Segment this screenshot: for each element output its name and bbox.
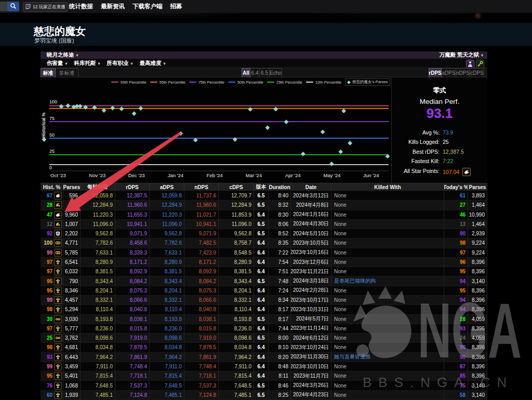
- job-trident-icon: [54, 258, 62, 266]
- adps-cell: 12,059.8: [150, 191, 184, 200]
- table-row[interactable]: 601,9397,485.17,124.87,485.17,124.87,485…: [41, 391, 487, 400]
- table-row[interactable]: 253,7628,098.67,919.08,098.67,919.08,098…: [41, 334, 487, 343]
- chart-panel: 99th Percentile95th Percentile75th Perce…: [41, 77, 487, 183]
- adps-cell: 8,098.6: [150, 334, 184, 342]
- tab-mode-标准[interactable]: 标准: [41, 68, 56, 78]
- table-row[interactable]: 993,4597,911.07,748.47,911.07,748.47,911…: [41, 362, 487, 371]
- column-header-3[interactable]: rDPS: [115, 183, 150, 191]
- tab-metric-adps[interactable]: aDPS: [442, 68, 456, 78]
- hist-percentile-cell: 67: [41, 191, 63, 200]
- job-horn-icon: [54, 201, 62, 209]
- hist-percentile: 97: [47, 259, 52, 265]
- expansion-dropdown[interactable]: 晓月之终途▾: [47, 51, 78, 59]
- percentile-chart[interactable]: 1007550250Historical %Oct '23Nov '23Dec …: [41, 77, 391, 183]
- table-row[interactable]: 958,3468,204.18,075.38,204.18,075.38,204…: [41, 286, 487, 296]
- table-row[interactable]: 995,7857,633.18,339.37,633.17,423.98,548…: [41, 248, 487, 258]
- search-input[interactable]: [0, 2, 7, 11]
- column-header-11[interactable]: Today's %: [444, 183, 468, 191]
- killed-with-link[interactable]: 是卷尾巴猫咪的狗: [334, 277, 376, 285]
- rdps-cell: 7,537.3: [115, 381, 150, 390]
- zone-dropdown[interactable]: 万魔殿 荒天之狱▾: [440, 51, 483, 59]
- filter-dropdown-1[interactable]: 科库托斯▾: [74, 60, 100, 67]
- ndps-cell: 8,038.1: [184, 315, 219, 324]
- table-row[interactable]: 922,2029,562.89,071.99,562.89,071.99,562…: [41, 229, 487, 238]
- table-row[interactable]: 2812,284.911,960.612,284.911,960.612,284…: [41, 201, 487, 210]
- stat-row-4: All Star Points:107.04: [392, 168, 487, 175]
- column-header-2[interactable]: 每秒伤害: [81, 183, 115, 191]
- nav-item-0[interactable]: 统计数据: [69, 3, 93, 10]
- tab-patch-echo[interactable]: Echo: [270, 68, 282, 78]
- today-parses-cell: 8,396: [468, 353, 487, 362]
- version-cell: 6.5: [254, 276, 269, 285]
- streamers-live-badge[interactable]: 12 玩家正在直播: [23, 2, 68, 12]
- column-header-12[interactable]: Parses: [468, 183, 487, 191]
- cdps-cell: 8,236.0: [219, 324, 254, 333]
- hist-percentile-cell: 28: [41, 201, 63, 209]
- tab-patch-all[interactable]: All: [242, 68, 250, 78]
- tab-patch-6.4[interactable]: 6.4: [250, 68, 260, 78]
- column-header-0[interactable]: Hist. %: [41, 183, 63, 191]
- duration-cell: 7:24: [269, 286, 291, 295]
- filter-dropdown-2[interactable]: 所有职业▾: [107, 60, 133, 67]
- stats-title: 零式: [392, 86, 487, 95]
- table-row[interactable]: 761,0687,648.57,537.37,648.57,537.37,648…: [41, 381, 487, 390]
- killed-with-link[interactable]: 她与直暴皆遗憾: [334, 353, 370, 361]
- table-row[interactable]: 984,6818,034.87,878.58,034.87,878.58,034…: [41, 343, 487, 352]
- column-header-9[interactable]: Date: [291, 183, 331, 191]
- column-header-8[interactable]: Duration: [269, 183, 291, 191]
- column-header-5[interactable]: nDPS: [184, 183, 219, 191]
- table-row[interactable]: 976,0328,381.58,092.98,381.58,092.98,381…: [41, 267, 487, 276]
- nav-item-2[interactable]: 下载客户端: [132, 3, 163, 10]
- hist-percentile-cell: 95: [41, 286, 63, 295]
- today-percentile-cell: 98: [444, 238, 468, 247]
- tab-patch-6.5[interactable]: 6.5: [260, 68, 270, 78]
- tab-mode-非标准[interactable]: 非标准: [56, 68, 78, 78]
- cdps-cell: 7,815.4: [219, 371, 254, 380]
- table-row[interactable]: 985,2948,110.48,040.88,110.48,040.88,110…: [41, 305, 487, 314]
- rdps-cell: 12,387.5: [115, 191, 150, 200]
- character-portrait-icon[interactable]: [466, 60, 474, 68]
- rdps-cell: 8,075.3: [115, 286, 150, 295]
- version-cell: 6.5: [254, 315, 269, 324]
- table-row[interactable]: 936,4437,964.27,861.97,964.27,861.97,964…: [41, 353, 487, 362]
- today-percentile-cell: 90: [444, 343, 468, 352]
- table-row[interactable]: 303,0308,193.88,038.18,193.88,038.18,193…: [41, 315, 487, 324]
- nav-item-1[interactable]: 最新资讯: [101, 3, 125, 10]
- dps-cell: 11,096.0: [81, 220, 115, 229]
- dps-cell: 7,782.6: [81, 238, 115, 247]
- median-perf-label: Median Perf.: [392, 98, 487, 105]
- table-row[interactable]: 1004,7717,782.68,458.67,782.67,482.58,75…: [41, 238, 487, 248]
- stat-value: 7:22: [443, 158, 453, 164]
- date-cell: 2024年6月12日: [291, 334, 331, 342]
- table-row[interactable]: 957908,343.48,084.28,343.48,084.28,343.4…: [41, 276, 487, 286]
- adps-cell: 8,280.9: [150, 258, 184, 266]
- column-header-7[interactable]: 版本: [254, 183, 269, 191]
- table-row[interactable]: 479,96011,220.311,655.311,220.311,021.71…: [41, 210, 487, 220]
- parses-cell: 2,202: [63, 229, 81, 238]
- cdps-cell: 11,096.0: [219, 220, 254, 229]
- tab-metric-cdps[interactable]: cDPS: [470, 68, 484, 78]
- column-header-6[interactable]: cDPS: [219, 183, 254, 191]
- column-header-4[interactable]: aDPS: [150, 183, 184, 191]
- table-row[interactable]: 975,7778,236.08,015.88,236.08,015.88,236…: [41, 324, 487, 334]
- tab-metric-rdps[interactable]: rDPS: [429, 68, 442, 78]
- ndps-cell: 8,171.2: [184, 258, 219, 266]
- nav-item-3[interactable]: 招募: [170, 3, 182, 10]
- filter-dropdown-0[interactable]: 伤害量▾: [47, 60, 68, 67]
- table-row[interactable]: 955,4017,815.47,718.17,815.47,718.17,815…: [41, 371, 487, 381]
- column-header-10[interactable]: Killed With: [331, 183, 444, 191]
- filter-dropdown-3[interactable]: 最高难度▾: [140, 60, 166, 67]
- table-row[interactable]: 121,00711,096.010,941.111,096.010,941.11…: [41, 220, 487, 229]
- table-row[interactable]: 976,5418,280.98,171.28,280.98,171.28,280…: [41, 258, 487, 267]
- key-icon[interactable]: [476, 60, 484, 68]
- search-button[interactable]: [7, 2, 19, 11]
- table-row[interactable]: 994,4578,332.18,066.68,332.18,066.68,332…: [41, 296, 487, 305]
- svg-text:Dec '23: Dec '23: [128, 172, 145, 178]
- today-percentile-cell: 75: [444, 381, 468, 390]
- hist-percentile: 98: [47, 344, 52, 350]
- rdps-cell: 8,066.6: [115, 296, 150, 304]
- column-header-1[interactable]: Parses: [63, 183, 81, 191]
- table-row[interactable]: 6759612,059.812,387.512,059.811,737.612,…: [41, 191, 487, 201]
- duration-cell: 8:46: [269, 381, 291, 390]
- tab-metric-ndps[interactable]: nDPS: [456, 68, 470, 78]
